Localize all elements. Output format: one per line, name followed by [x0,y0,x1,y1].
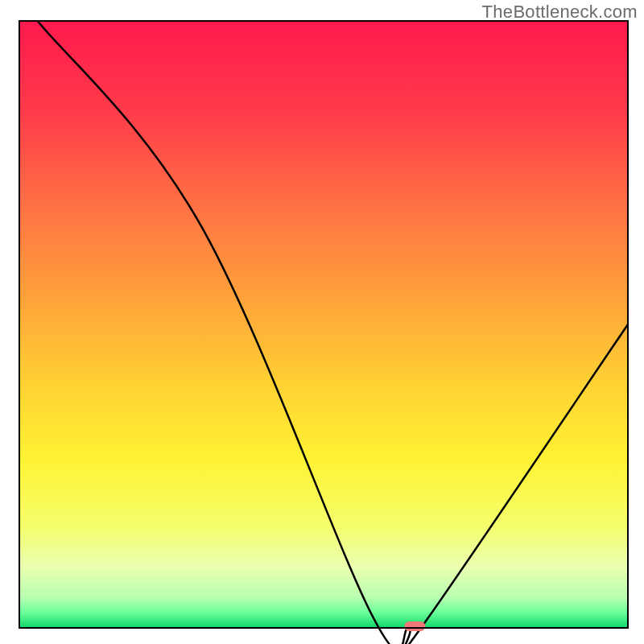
bottleneck-chart [0,0,644,644]
optimum-marker [404,621,425,631]
plot-background [19,21,628,628]
chart-container: TheBottleneck.com [0,0,644,644]
attribution-text: TheBottleneck.com [482,2,638,23]
